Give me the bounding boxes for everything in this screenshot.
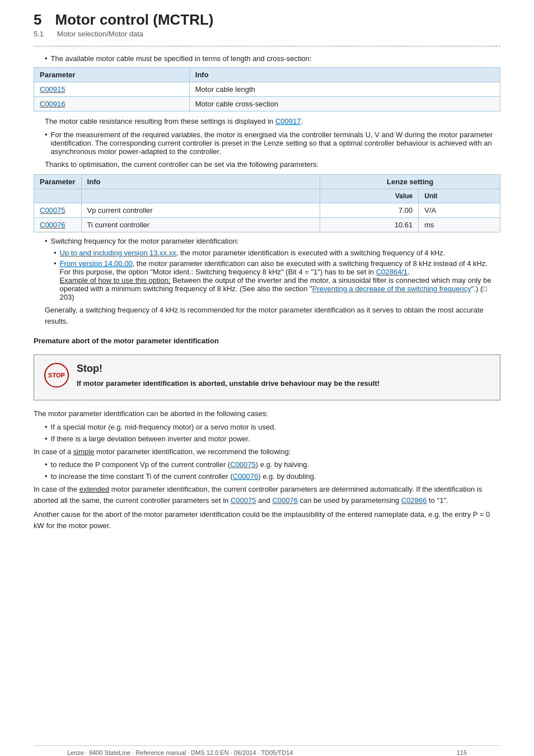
col-empty1 [34, 189, 82, 203]
preventing-link[interactable]: Preventing a decrease of the switching f… [312, 284, 471, 293]
page-footer: Lenze · 8400 StateLine · Reference manua… [34, 745, 500, 756]
param-info: Motor cable length [189, 82, 500, 97]
table-row: C00916 Motor cable cross-section [34, 97, 500, 111]
switching-freq-text: Switching frequency for the motor parame… [51, 237, 239, 245]
version-bullet-2: • From version 14.00.00, the motor param… [54, 259, 500, 301]
abort-bullet-2-text: If there is a large deviation between in… [51, 435, 250, 443]
cable-params-table: Parameter Info C00915 Motor cable length… [34, 67, 500, 111]
param-link[interactable]: C00916 [34, 97, 190, 111]
c00076-simple-link[interactable]: C00076 [233, 472, 259, 480]
stop-icon: STOP [44, 363, 69, 388]
c00916-link[interactable]: C00916 [40, 100, 65, 108]
section-divider [34, 46, 500, 46]
measurement-bullet: • For the measurement of the required va… [45, 130, 500, 156]
example-underline: Example of how to use this option: [60, 276, 171, 284]
version-14-link[interactable]: From version 14.00.00 [60, 259, 133, 268]
c00076-ext-link[interactable]: C00076 [272, 496, 298, 505]
bullet-point: • [45, 472, 48, 480]
version-bullet-1-suffix: , the motor parameter identification is … [176, 249, 446, 257]
col-header-info: Info [189, 68, 500, 82]
col-empty2 [81, 189, 320, 203]
extended-para: In case of the extended motor parameter … [34, 484, 500, 506]
col-info: Info [81, 175, 320, 189]
simple-bullet-1-text: to reduce the P component Vp of the curr… [51, 460, 310, 469]
extended-underline: extended [79, 485, 110, 493]
bullet-point: • [45, 423, 48, 431]
param-info: Ti current controller [81, 218, 320, 232]
premature-abort-heading: Premature abort of the motor parameter i… [34, 335, 500, 347]
page-number: 115 [457, 749, 467, 756]
stop-icon-text: STOP [48, 372, 65, 379]
version-bullet-2-text: From version 14.00.00, the motor paramet… [60, 259, 500, 301]
chapter-title-text: Motor control (MCTRL) [55, 11, 213, 29]
bullet-point: • [45, 237, 48, 245]
c02864-link[interactable]: C02864/1 [376, 268, 407, 276]
param-value: 10.61 [320, 218, 419, 232]
param-unit: ms [419, 218, 500, 232]
col-parameter: Parameter [34, 175, 82, 189]
table-row: C00075 Vp current controller 7.00 V/A [34, 203, 500, 218]
intro-bullet: • The available motor cable must be spec… [45, 54, 500, 63]
param-unit: V/A [419, 203, 500, 218]
cable-resistance-text: The motor cable resistance resulting fro… [45, 117, 275, 125]
abort-bullet-1-text: If a special motor (e.g. mid-frequency m… [51, 423, 276, 431]
stop-warning-box: STOP Stop! If motor parameter identifica… [34, 354, 500, 401]
version-bullet-1: • Up to and including version 13.xx.xx, … [54, 249, 500, 257]
param-info: Motor cable cross-section [189, 97, 500, 111]
intro-bullet-text: The available motor cable must be specif… [51, 54, 312, 63]
lenze-setting-table: Parameter Info Lenze setting Value Unit … [34, 174, 500, 232]
abort-intro: The motor parameter identification can b… [34, 408, 500, 419]
simple-underline: simple [73, 447, 95, 456]
sub-section-text: Motor selection/Motor data [57, 30, 143, 38]
table-row: C00076 Ti current controller 10.61 ms [34, 218, 500, 232]
sub-section-number: 5.1 [34, 30, 44, 38]
bullet-point: • [45, 460, 48, 469]
c00076-link[interactable]: C00076 [40, 221, 65, 229]
table-row: C00915 Motor cable length [34, 82, 500, 97]
simple-bullet-2-text: to increase the time constant Ti of the … [51, 472, 316, 480]
param-link[interactable]: C00915 [34, 82, 190, 97]
c02866-link[interactable]: C02866 [401, 496, 427, 505]
measurement-text: For the measurement of the required vari… [51, 130, 500, 156]
col-lenze-setting: Lenze setting [320, 175, 500, 189]
version-13-link[interactable]: Up to and including version 13.xx.xx [60, 249, 176, 257]
sub-bullet-point: • [54, 249, 57, 257]
sub-bullet-point: • [54, 259, 57, 301]
abort-bullet-2: • If there is a large deviation between … [45, 435, 500, 443]
col-header-parameter: Parameter [34, 68, 190, 82]
simple-bullet-1: • to reduce the P component Vp of the cu… [45, 460, 500, 469]
c00075-simple-link[interactable]: C00075 [230, 460, 256, 469]
col-unit: Unit [419, 189, 500, 203]
bullet-point: • [45, 435, 48, 443]
bullet-point: • [45, 130, 48, 156]
c00917-link[interactable]: C00917 [275, 117, 301, 125]
bullet-point: • [45, 54, 48, 63]
general-switching-text: Generally, a switching frequency of 4 kH… [45, 305, 500, 326]
switching-freq-bullet: • Switching frequency for the motor para… [45, 237, 500, 245]
chapter-title: 5 Motor control (MCTRL) [34, 11, 500, 29]
simple-bullet-2: • to increase the time constant Ti of th… [45, 472, 500, 480]
c00075-ext-link[interactable]: C00075 [231, 496, 256, 505]
abort-bullet-1: • If a special motor (e.g. mid-frequency… [45, 423, 500, 431]
version-bullet-1-text: Up to and including version 13.xx.xx, th… [60, 249, 446, 257]
example-suffix: ".) [471, 284, 479, 293]
example-label-text: Example of how to use this option: Betwe… [60, 276, 491, 301]
nameplate-para: Another cause for the abort of the motor… [34, 509, 500, 531]
col-value: Value [320, 189, 419, 203]
stop-text: If motor parameter identification is abo… [77, 378, 490, 389]
chapter-header: 5 Motor control (MCTRL) 5.1 Motor select… [34, 11, 500, 38]
chapter-number: 5 [34, 11, 41, 29]
c00915-link[interactable]: C00915 [40, 85, 65, 94]
footer-left: Lenze · 8400 StateLine · Reference manua… [67, 749, 293, 756]
cable-resistance-para: The motor cable resistance resulting fro… [45, 116, 500, 127]
sub-section-title: 5.1 Motor selection/Motor data [34, 30, 500, 38]
stop-content: Stop! If motor parameter identification … [77, 363, 490, 393]
param-link[interactable]: C00075 [34, 203, 82, 218]
param-link[interactable]: C00076 [34, 218, 82, 232]
simple-intro: In case of a simple motor parameter iden… [34, 446, 500, 458]
stop-title: Stop! [77, 363, 490, 375]
param-value: 7.00 [320, 203, 419, 218]
param-info: Vp current controller [81, 203, 320, 218]
c00075-link[interactable]: C00075 [40, 206, 65, 214]
optimisation-text: Thanks to optimisation, the current cont… [45, 159, 500, 170]
